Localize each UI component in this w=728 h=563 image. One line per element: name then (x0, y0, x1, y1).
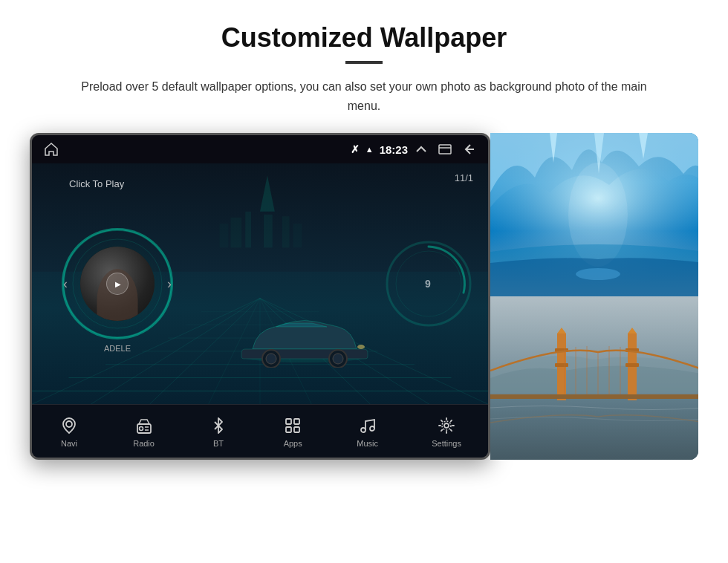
title-divider (345, 61, 383, 64)
back-icon[interactable] (461, 142, 476, 157)
svg-rect-63 (555, 363, 568, 367)
window-icon[interactable] (438, 142, 452, 157)
settings-icon (436, 415, 457, 436)
speedometer: 9 (384, 239, 473, 328)
thumbnail-ice-cave[interactable] (490, 133, 698, 296)
svg-rect-24 (282, 216, 290, 247)
up-chevron-icon[interactable] (414, 142, 429, 157)
signal-icon: ▲ (365, 145, 374, 154)
click-to-play-text: Click To Play (69, 178, 124, 189)
nav-item-navi[interactable]: Navi (59, 415, 79, 448)
bt-label: BT (213, 439, 224, 448)
svg-point-40 (139, 426, 143, 430)
svg-point-29 (266, 354, 276, 364)
svg-rect-21 (245, 212, 251, 248)
status-left (44, 142, 59, 157)
nav-item-settings[interactable]: Settings (432, 415, 461, 448)
svg-point-57 (576, 268, 620, 280)
svg-point-49 (444, 423, 449, 428)
settings-label: Settings (432, 439, 461, 448)
bluetooth-icon: ✗ (351, 143, 360, 155)
radio-label: Radio (133, 439, 155, 448)
radio-icon (134, 415, 155, 436)
apps-label: Apps (284, 439, 302, 448)
navi-icon (59, 415, 79, 436)
content-row: ✗ ▲ 18:23 (30, 133, 698, 460)
svg-rect-0 (439, 145, 451, 154)
svg-rect-44 (294, 419, 299, 424)
main-screen: Click To Play 11/1 (32, 163, 488, 404)
page-container: Customized Wallpaper Preload over 5 defa… (0, 0, 728, 563)
home-icon (44, 142, 59, 157)
time-display: 18:23 (380, 143, 408, 156)
car-image (230, 301, 379, 371)
page-description: Preload over 5 default wallpaper options… (67, 77, 661, 115)
play-icon: ▶ (115, 280, 121, 288)
music-player[interactable]: ▶ ‹ › ADELE (62, 228, 173, 339)
status-bar: ✗ ▲ 18:23 (32, 135, 488, 163)
artist-label: ADELE (104, 344, 131, 353)
nav-item-apps[interactable]: Apps (282, 415, 303, 448)
svg-text:9: 9 (425, 278, 431, 290)
nav-item-music[interactable]: Music (357, 415, 378, 448)
prev-button[interactable]: ‹ (63, 276, 68, 292)
device-mockup: ✗ ▲ 18:23 (30, 133, 490, 460)
svg-rect-45 (286, 427, 291, 432)
music-label: Music (357, 439, 378, 448)
svg-rect-26 (293, 224, 302, 247)
nav-icons (414, 142, 476, 157)
navi-label: Navi (61, 439, 77, 448)
bottom-nav: Navi Radio (32, 404, 488, 458)
svg-point-32 (357, 345, 365, 349)
page-title: Customized Wallpaper (221, 22, 507, 53)
thumbnail-golden-gate[interactable] (490, 296, 698, 460)
apps-icon (282, 415, 303, 436)
status-right: ✗ ▲ 18:23 (351, 142, 476, 157)
play-button-overlay[interactable]: ▶ (80, 247, 155, 321)
svg-rect-22 (264, 215, 273, 248)
date-display: 11/1 (455, 172, 473, 183)
svg-rect-65 (625, 363, 639, 367)
nav-item-bt[interactable]: BT (208, 415, 229, 448)
music-icon (357, 415, 378, 436)
svg-point-48 (370, 426, 374, 431)
next-button[interactable]: › (167, 276, 172, 292)
svg-point-31 (333, 354, 343, 364)
svg-rect-25 (220, 224, 229, 247)
svg-point-38 (66, 421, 72, 427)
svg-rect-74 (490, 394, 698, 399)
music-album-art[interactable]: ▶ (80, 247, 155, 321)
svg-rect-43 (286, 419, 291, 424)
play-button[interactable]: ▶ (106, 273, 129, 295)
bt-nav-icon (208, 415, 229, 436)
svg-rect-23 (230, 218, 241, 247)
svg-point-50 (442, 421, 451, 430)
svg-point-47 (361, 428, 365, 432)
nav-item-radio[interactable]: Radio (133, 415, 155, 448)
thumbnails-column (490, 133, 698, 460)
svg-rect-46 (294, 427, 299, 432)
